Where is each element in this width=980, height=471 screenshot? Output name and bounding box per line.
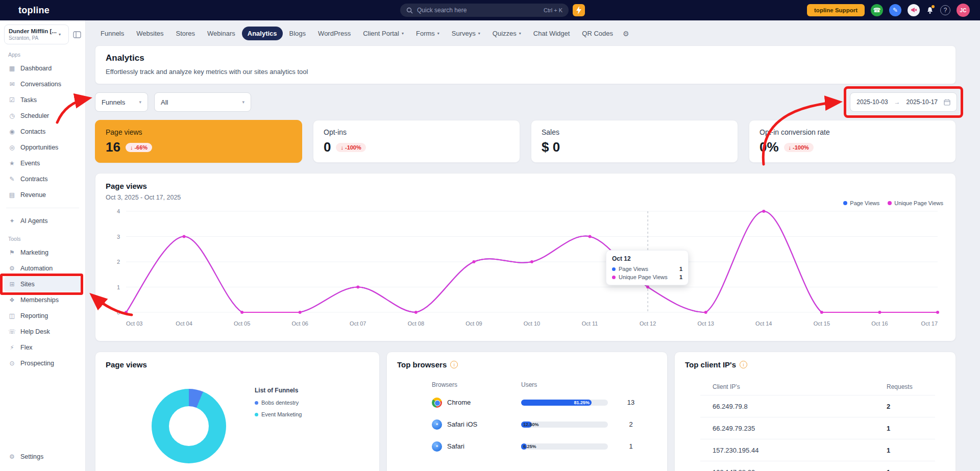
tooltip-row: Unique Page Views1 [612, 274, 682, 280]
sidebar-item-revenue[interactable]: ▤Revenue [4, 187, 81, 203]
stat-card-sales[interactable]: Sales $ 0 [531, 120, 738, 163]
marketing-icon: ⚑ [8, 249, 16, 256]
sidebar-item-sites[interactable]: ⊞ Sites [4, 277, 81, 292]
tab-quizzes[interactable]: Quizzes▾ [487, 27, 527, 40]
table-row[interactable]: ✦Safari 6.25% 1 [432, 435, 651, 457]
sidebar-item-settings[interactable]: ⚙Settings [4, 449, 81, 464]
brush-icon[interactable]: ✎ [889, 4, 901, 16]
topbar-actions: topline Support ☎ ✎ ? JC [807, 0, 970, 20]
table-row[interactable]: Chrome 81.25% 13 [432, 391, 651, 413]
tabs-settings-gear-icon[interactable]: ⚙ [623, 30, 629, 38]
tab-label: WordPress [318, 30, 351, 37]
automation-icon: ⚙ [8, 265, 16, 272]
client-ip: 157.230.195.44 [713, 447, 887, 454]
tab-qr-codes[interactable]: QR Codes [576, 27, 619, 40]
page-views-chart-card: Page views Oct 3, 2025 - Oct 17, 2025 Pa… [95, 173, 956, 341]
account-switcher[interactable]: Dunder Mifflin [... Scranton, PA ▾ [4, 24, 69, 44]
sidebar-item-label: Scheduler [20, 112, 49, 119]
sidebar-item-dashboard[interactable]: ▦Dashboard [4, 61, 81, 76]
sidebar-item-events[interactable]: ★Events [4, 156, 81, 171]
notifications-bell-icon[interactable] [926, 6, 934, 15]
legend-page-views[interactable]: Page Views [843, 200, 879, 206]
table-row[interactable]: 66.249.79.2351 [700, 417, 935, 439]
tooltip-value: 1 [679, 274, 682, 280]
svg-text:Oct 11: Oct 11 [582, 320, 598, 327]
table-row[interactable]: 157.230.195.441 [700, 439, 935, 461]
sidebar-collapse-icon[interactable] [73, 31, 81, 38]
tab-funnels[interactable]: Funnels [95, 27, 130, 40]
revenue-icon: ▤ [8, 191, 16, 199]
table-row[interactable]: 103.147.28.201 [700, 461, 935, 471]
table-row[interactable]: 66.249.79.82 [700, 395, 935, 417]
tab-websites[interactable]: Websites [131, 27, 169, 40]
stat-value: 0% [760, 139, 779, 155]
tab-chat-widget[interactable]: Chat Widget [528, 27, 576, 40]
date-range-picker[interactable]: 2025-10-03 → 2025-10-17 [850, 92, 957, 112]
column-header-client-ips: Client IP's [713, 383, 887, 390]
tab-webinars[interactable]: Webinars [202, 27, 241, 40]
date-start[interactable]: 2025-10-03 [856, 98, 888, 106]
usage-bar: 12.50% [521, 422, 608, 428]
sidebar-item-label: Tasks [20, 96, 37, 104]
sidebar-item-opportunities[interactable]: ◎Opportunities [4, 140, 81, 155]
sidebar-header: Dunder Mifflin [... Scranton, PA ▾ [0, 20, 85, 44]
legend-item[interactable]: Bobs dentestry [255, 400, 302, 406]
app-logo[interactable]: topline [18, 5, 50, 16]
megaphone-icon[interactable] [908, 4, 920, 16]
arrow-right-icon: → [894, 98, 900, 106]
user-avatar[interactable]: JC [957, 4, 970, 17]
requests-count: 1 [887, 468, 935, 471]
tab-stores[interactable]: Stores [170, 27, 201, 40]
events-icon: ★ [8, 160, 16, 167]
sidebar-item-prospecting[interactable]: ⊙Prospecting [4, 356, 81, 371]
sidebar-nav-apps: ▦Dashboard ✉Conversations ☑Tasks ◷Schedu… [0, 61, 85, 203]
info-icon[interactable]: i [450, 361, 458, 368]
sidebar-item-label: Help Desk [20, 328, 50, 335]
legend-item[interactable]: Event Marketing [255, 411, 302, 417]
type-select[interactable]: Funnels▾ [95, 92, 148, 112]
sidebar-item-scheduler[interactable]: ◷Scheduler [4, 108, 81, 123]
stat-value: $ 0 [542, 139, 560, 155]
stat-card-page-views[interactable]: Page views 16 ↓-66% [95, 120, 302, 163]
funnels-legend-title: List of Funnels [255, 387, 302, 394]
sidebar-item-conversations[interactable]: ✉Conversations [4, 77, 81, 92]
card-title: Top client IP's [685, 360, 736, 369]
sidebar-item-contacts[interactable]: ◉Contacts [4, 124, 81, 139]
phone-icon[interactable]: ☎ [871, 4, 883, 16]
sidebar-item-flex[interactable]: ⚡Flex [4, 340, 81, 355]
refresh-icon[interactable]: ↻ [832, 97, 839, 107]
sidebar-item-ai-agents[interactable]: ✦AI Agents [4, 213, 81, 229]
sidebar-item-marketing[interactable]: ⚑Marketing [4, 245, 81, 260]
stat-card-opt-ins[interactable]: Opt-ins 0 ↓-100% [313, 120, 520, 163]
quick-actions-bolt-icon[interactable] [573, 4, 585, 16]
table-row[interactable]: ✦Safari iOS 12.50% 2 [432, 413, 651, 435]
tab-wordpress[interactable]: WordPress [312, 27, 356, 40]
usage-percent: 12.50% [523, 422, 539, 427]
funnel-select[interactable]: All▾ [154, 92, 251, 112]
tab-blogs[interactable]: Blogs [284, 27, 312, 40]
tab-surveys[interactable]: Surveys▾ [446, 27, 486, 40]
funnels-donut-chart[interactable] [152, 389, 226, 463]
sidebar-item-help-desk[interactable]: ☏Help Desk [4, 324, 81, 339]
tab-label: Analytics [248, 30, 277, 37]
support-button[interactable]: topline Support [807, 4, 865, 16]
tab-forms[interactable]: Forms▾ [410, 27, 445, 40]
global-search-input[interactable]: Quick search here Ctrl + K [400, 4, 569, 17]
date-end[interactable]: 2025-10-17 [906, 98, 938, 106]
tab-analytics[interactable]: Analytics [242, 27, 283, 40]
sidebar-item-memberships[interactable]: ❖Memberships [4, 292, 81, 308]
info-icon[interactable]: i [740, 361, 747, 368]
help-icon[interactable]: ? [940, 5, 950, 15]
legend-unique-page-views[interactable]: Unique Page Views [888, 200, 943, 206]
sidebar-item-tasks[interactable]: ☑Tasks [4, 92, 81, 108]
sidebar-item-reporting[interactable]: ◫Reporting [4, 308, 81, 324]
contracts-icon: ✎ [8, 176, 16, 183]
tab-client-portal[interactable]: Client Portal▾ [357, 27, 409, 40]
sidebar-item-contracts[interactable]: ✎Contracts [4, 171, 81, 187]
sidebar-item-automation[interactable]: ⚙Automation [4, 261, 81, 276]
page-views-line-chart[interactable]: 01234Oct 03Oct 04Oct 05Oct 06Oct 07Oct 0… [106, 205, 946, 332]
bolt-icon [576, 6, 582, 14]
stat-card-opt-in-conversion-rate[interactable]: Opt-in conversion rate 0% ↓-100% [749, 120, 956, 163]
filter-right: ↻ 2025-10-03 → 2025-10-17 [832, 92, 956, 112]
sidebar-item-label: Automation [20, 265, 53, 272]
